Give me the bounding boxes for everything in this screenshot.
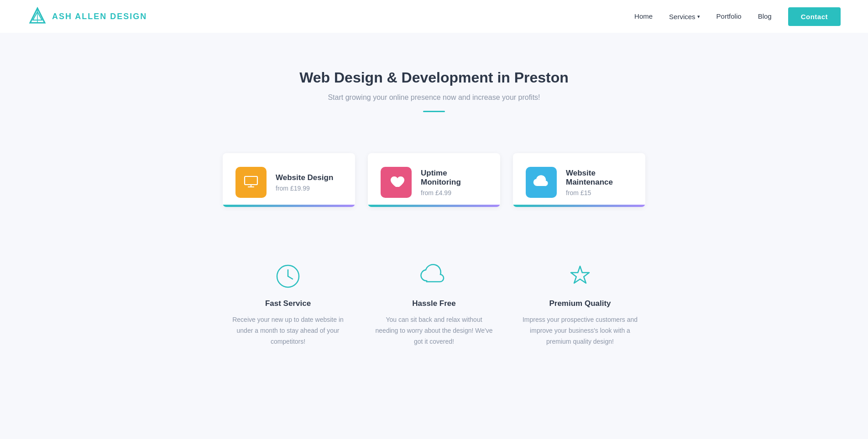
star-icon [566, 263, 594, 290]
feature-title-hassle: Hassle Free [375, 299, 493, 308]
service-card-text-website-design: Website Design from £19.99 [276, 173, 333, 201]
cloud-icon-teal [420, 263, 448, 290]
feature-title-premium: Premium Quality [521, 299, 639, 308]
service-price-uptime: from £4.99 [421, 189, 487, 196]
service-price-maintenance: from £15 [566, 189, 633, 196]
hero-title: Web Design & Development in Preston [9, 69, 859, 86]
feature-premium-quality: Premium Quality Impress your prospective… [521, 262, 639, 347]
nav-item-blog[interactable]: Blog [758, 12, 772, 21]
nav-links: Home Services ▾ Portfolio Blog Contact [634, 7, 841, 26]
card-bottom-bar-1 [223, 205, 355, 207]
feature-fast-service: Fast Service Receive your new up to date… [229, 262, 347, 347]
feature-title-fast: Fast Service [229, 299, 347, 308]
nav-item-contact[interactable]: Contact [788, 7, 841, 26]
logo-icon [27, 6, 47, 26]
cloud-icon-blue [533, 174, 550, 191]
features-section: Fast Service Receive your new up to date… [0, 234, 868, 365]
nav-link-services[interactable]: Services ▾ [669, 13, 700, 21]
logo-design: DESIGN [110, 12, 147, 21]
svg-marker-9 [571, 266, 589, 283]
services-section: Website Design from £19.99 Uptime Monito… [0, 139, 868, 234]
nav-item-home[interactable]: Home [634, 12, 653, 21]
nav-link-home[interactable]: Home [634, 12, 653, 20]
svg-line-8 [288, 276, 293, 279]
service-title-uptime: Uptime Monitoring [421, 169, 487, 187]
feature-desc-fast: Receive your new up to date website in u… [229, 315, 347, 347]
feature-hassle-free: Hassle Free You can sit back and relax w… [375, 262, 493, 347]
service-card-website-maintenance[interactable]: Website Maintenance from £15 [513, 153, 645, 207]
card-bottom-bar-2 [368, 205, 500, 207]
heart-icon [387, 174, 405, 191]
service-title-maintenance: Website Maintenance [566, 169, 633, 187]
service-title-website-design: Website Design [276, 173, 333, 182]
service-card-text-maintenance: Website Maintenance from £15 [566, 169, 633, 206]
nav-item-services[interactable]: Services ▾ [669, 13, 700, 21]
nav-link-blog[interactable]: Blog [758, 12, 772, 20]
clock-icon-container [273, 262, 303, 291]
star-icon-container [565, 262, 595, 291]
feature-desc-premium: Impress your prospective customers and i… [521, 315, 639, 347]
service-icon-monitor [235, 167, 267, 198]
contact-button[interactable]: Contact [788, 7, 841, 26]
service-card-uptime-monitoring[interactable]: Uptime Monitoring from £4.99 [368, 153, 500, 207]
service-card-website-design[interactable]: Website Design from £19.99 [223, 153, 355, 207]
logo[interactable]: ASH ALLEN DESIGN [27, 6, 147, 26]
hero-divider [423, 111, 445, 112]
service-price-website-design: from £19.99 [276, 185, 333, 192]
hero-section: Web Design & Development in Preston Star… [0, 33, 868, 139]
clock-icon [274, 263, 302, 290]
card-bottom-bar-3 [513, 205, 645, 207]
hero-subtitle: Start growing your online presence now a… [9, 93, 859, 102]
navbar: ASH ALLEN DESIGN Home Services ▾ Portfol… [0, 0, 868, 33]
feature-desc-hassle: You can sit back and relax without needi… [375, 315, 493, 347]
cloud-icon-container [419, 262, 449, 291]
logo-ash: ASH ALLEN [52, 12, 110, 21]
logo-text: ASH ALLEN DESIGN [52, 12, 147, 21]
service-icon-heart [381, 167, 412, 198]
nav-item-portfolio[interactable]: Portfolio [716, 12, 742, 21]
nav-services-label: Services [669, 13, 695, 21]
service-card-text-uptime: Uptime Monitoring from £4.99 [421, 169, 487, 206]
svg-rect-3 [245, 176, 257, 185]
chevron-down-icon: ▾ [697, 14, 700, 20]
service-icon-cloud [526, 167, 557, 198]
monitor-icon [242, 174, 260, 191]
nav-link-portfolio[interactable]: Portfolio [716, 12, 742, 20]
